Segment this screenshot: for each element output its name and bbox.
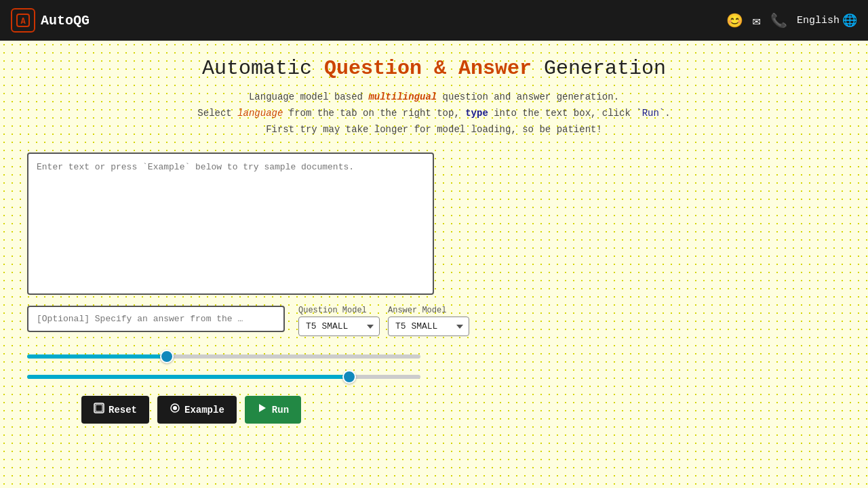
sliders-section	[27, 350, 420, 382]
language-selector[interactable]: English 🌐	[797, 13, 857, 28]
title-highlight: Question & Answer	[324, 57, 532, 80]
example-label: Example	[184, 405, 224, 415]
example-button[interactable]: Example	[157, 396, 237, 424]
example-icon	[170, 403, 180, 417]
answer-model-group: Answer Model T5 SMALL T5 BASE T5 LARGE	[388, 306, 469, 336]
svg-marker-6	[259, 404, 266, 412]
answer-model-label: Answer Model	[388, 306, 469, 315]
question-model-select[interactable]: T5 SMALL T5 BASE T5 LARGE	[298, 317, 380, 336]
text-input[interactable]	[37, 162, 425, 285]
slider-2[interactable]	[27, 375, 420, 379]
run-label: Run	[272, 405, 289, 415]
buttons-row: Reset Example Run	[81, 396, 841, 424]
language-label: English	[797, 15, 840, 26]
title-prefix: Automatic	[202, 57, 324, 80]
text-input-container	[27, 152, 434, 295]
reset-button[interactable]: Reset	[81, 396, 149, 424]
controls-row: Question Model T5 SMALL T5 BASE T5 LARGE…	[27, 306, 841, 336]
optional-answer-input[interactable]	[37, 314, 275, 324]
slider-1[interactable]	[27, 354, 420, 359]
app-name: AutoQG	[41, 13, 90, 28]
svg-point-5	[173, 406, 177, 410]
subtitle-line2: Select language from the tab on the righ…	[27, 106, 841, 122]
subtitle-line1: Language model based multilingual questi…	[27, 89, 841, 106]
svg-rect-3	[96, 405, 102, 411]
reset-icon	[94, 403, 104, 417]
phone-icon[interactable]: 📞	[770, 12, 787, 29]
navbar: A AutoQG 😊 ✉ 📞 English 🌐	[0, 0, 868, 41]
subtitle-block: Language model based multilingual questi…	[27, 89, 841, 138]
subtitle-line3: First try may take longer for model load…	[27, 122, 841, 138]
globe-icon: 🌐	[842, 13, 857, 28]
face-icon[interactable]: 😊	[726, 12, 743, 29]
answer-model-select[interactable]: T5 SMALL T5 BASE T5 LARGE	[388, 317, 469, 336]
question-model-label: Question Model	[298, 306, 380, 315]
reset-label: Reset	[108, 405, 137, 415]
main-content: Automatic Question & Answer Generation L…	[0, 41, 868, 451]
run-icon	[257, 403, 268, 417]
slider-row-2	[27, 370, 420, 382]
app-logo[interactable]: A AutoQG	[11, 8, 90, 33]
slider-row-1	[27, 350, 420, 362]
question-model-group: Question Model T5 SMALL T5 BASE T5 LARGE	[298, 306, 380, 336]
title-suffix: Generation	[532, 57, 666, 80]
run-button[interactable]: Run	[245, 396, 301, 424]
svg-text:A: A	[20, 17, 26, 26]
navbar-right: 😊 ✉ 📞 English 🌐	[726, 12, 857, 29]
logo-icon: A	[11, 8, 35, 33]
mail-icon[interactable]: ✉	[753, 12, 761, 29]
optional-input-wrapper	[27, 306, 285, 332]
page-title: Automatic Question & Answer Generation	[27, 57, 841, 80]
models-row: Question Model T5 SMALL T5 BASE T5 LARGE…	[298, 306, 469, 336]
